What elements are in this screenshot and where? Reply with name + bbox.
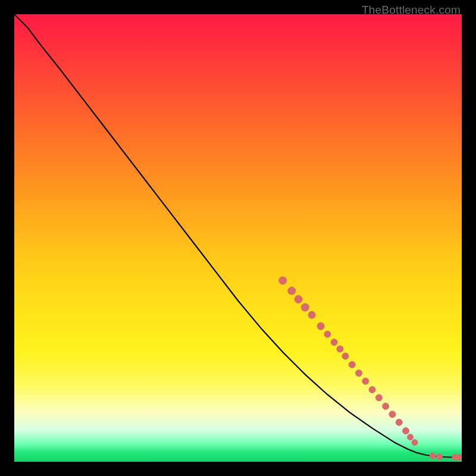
- data-marker: [342, 353, 349, 359]
- data-marker: [349, 361, 355, 368]
- data-marker: [317, 322, 324, 330]
- data-marker: [279, 277, 287, 284]
- data-marker: [308, 311, 315, 318]
- data-marker: [324, 331, 331, 337]
- data-marker: [362, 378, 369, 384]
- data-marker: [430, 453, 436, 459]
- data-marker: [456, 454, 462, 460]
- data-marker: [375, 394, 382, 401]
- chart-frame: TheBottleneck.com: [0, 0, 476, 476]
- marker-group: [279, 277, 462, 461]
- attribution-label: TheBottleneck.com: [362, 4, 461, 17]
- data-marker: [408, 434, 414, 440]
- data-marker: [331, 339, 337, 346]
- data-marker: [403, 428, 409, 434]
- plot-area: [14, 14, 462, 462]
- data-marker: [356, 370, 362, 377]
- data-marker: [295, 296, 302, 303]
- data-marker: [337, 346, 343, 352]
- data-marker: [436, 454, 442, 460]
- data-marker: [301, 303, 309, 311]
- chart-svg: [14, 14, 462, 462]
- curve-line: [14, 14, 462, 457]
- data-marker: [389, 411, 396, 418]
- data-marker: [383, 403, 389, 409]
- data-marker: [369, 386, 375, 393]
- data-marker: [412, 440, 418, 446]
- data-marker: [396, 419, 402, 425]
- data-marker: [288, 287, 296, 295]
